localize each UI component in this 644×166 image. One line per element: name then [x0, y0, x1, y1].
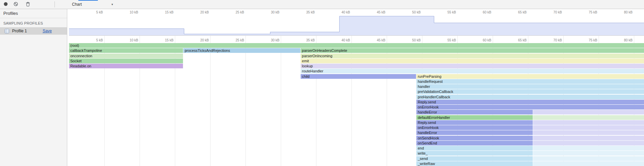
- profiles-header: Profiles: [0, 9, 67, 18]
- ruler-tick-label: 50 kB: [412, 38, 422, 42]
- sidebar: Profiles SAMPLING PROFILES Profile 1 Sav…: [0, 9, 67, 166]
- view-mode-select[interactable]: Chart ▾: [70, 1, 115, 8]
- flame-bar-extension[interactable]: [533, 161, 644, 166]
- flame-bar-extension[interactable]: [533, 120, 644, 125]
- overview-pane[interactable]: [69, 15, 644, 36]
- ruler-tick-label: 30 kB: [271, 38, 281, 42]
- flame-bar-extension[interactable]: [533, 136, 644, 140]
- ruler-tick-label: 35 kB: [306, 10, 316, 14]
- flame-bar-extension[interactable]: [533, 156, 644, 161]
- save-link[interactable]: Save: [43, 29, 52, 33]
- record-button[interactable]: [1, 0, 10, 8]
- flame-bar[interactable]: onErrorHook: [416, 125, 533, 130]
- trash-icon: [25, 1, 31, 8]
- flame-bar[interactable]: _writeRaw: [416, 161, 533, 166]
- ruler-tick-label: 45 kB: [377, 38, 387, 42]
- active-tab-indicator: [78, 0, 98, 1]
- ruler-tick-label: 25 kB: [235, 38, 245, 42]
- clear-button[interactable]: [11, 0, 20, 8]
- flame-bar[interactable]: _send: [416, 156, 533, 161]
- flame-bar[interactable]: preHandlerCallback: [416, 95, 644, 99]
- flame-bar[interactable]: Readable.on: [69, 64, 183, 68]
- ruler-tick-label: 15 kB: [165, 10, 175, 14]
- ruler-tick-label: 25 kB: [235, 10, 245, 14]
- ruler-tick-label: 5 kB: [96, 10, 104, 14]
- ruler-tick-label: 75 kB: [589, 10, 599, 14]
- flame-bar[interactable]: processTicksAndRejections: [183, 48, 301, 53]
- flame-bar[interactable]: write_: [416, 151, 533, 156]
- ruler-tick-label: 30 kB: [271, 10, 281, 14]
- ruler-tick-label: 15 kB: [165, 38, 175, 42]
- chart-ruler: 5 kB10 kB15 kB20 kB25 kB30 kB35 kB40 kB4…: [69, 36, 644, 43]
- overview-ruler: 5 kB10 kB15 kB20 kB25 kB30 kB35 kB40 kB4…: [69, 9, 644, 15]
- ruler-tick-label: 80 kB: [624, 38, 634, 42]
- flame-bar[interactable]: preValidationCallback: [416, 89, 644, 94]
- ruler-tick-label: 45 kB: [377, 10, 387, 14]
- ruler-tick-label: 60 kB: [483, 38, 493, 42]
- flame-bar[interactable]: child: [301, 74, 416, 79]
- flame-bar[interactable]: routeHandler: [301, 69, 644, 73]
- flame-bar-extension[interactable]: [533, 146, 644, 151]
- flame-bar-extension[interactable]: [533, 115, 644, 120]
- clear-icon: [13, 1, 18, 8]
- overview-area-chart: [69, 15, 644, 35]
- profile-name: Profile 1: [12, 29, 43, 33]
- ruler-tick-label: 70 kB: [553, 10, 563, 14]
- ruler-tick-label: 35 kB: [306, 38, 316, 42]
- ruler-tick-label: 60 kB: [483, 10, 493, 14]
- flame-bar-extension[interactable]: [533, 125, 644, 130]
- flame-bar[interactable]: runPreParsing: [416, 74, 644, 79]
- flame-bar[interactable]: onSendEnd: [416, 141, 533, 145]
- flame-bar[interactable]: handleError: [416, 110, 533, 114]
- flame-bar[interactable]: Reply.send: [416, 120, 533, 125]
- flame-bar[interactable]: defaultErrorHandler: [416, 115, 533, 120]
- ruler-tick-label: 75 kB: [589, 38, 599, 42]
- record-icon: [3, 1, 8, 8]
- ruler-tick-label: 70 kB: [553, 38, 563, 42]
- chevron-down-icon: ▾: [111, 3, 113, 6]
- ruler-tick-label: 55 kB: [447, 10, 457, 14]
- ruler-tick-label: 10 kB: [129, 38, 140, 42]
- ruler-tick-label: 40 kB: [341, 38, 351, 42]
- flame-bar[interactable]: lookup: [301, 64, 644, 68]
- ruler-tick-label: 10 kB: [129, 10, 140, 14]
- flame-bar-extension[interactable]: [533, 141, 644, 145]
- ruler-tick-label: 20 kB: [200, 38, 210, 42]
- flame-bar[interactable]: emit: [301, 59, 644, 63]
- flame-bar-extension[interactable]: [533, 130, 644, 135]
- flame-bar[interactable]: parserOnIncoming: [301, 54, 644, 58]
- flame-chart-main: 5 kB10 kB15 kB20 kB25 kB30 kB35 kB40 kB4…: [67, 9, 644, 166]
- flame-bar[interactable]: Reply.send: [416, 100, 644, 104]
- flame-bar[interactable]: callbackTrampoline: [69, 48, 183, 53]
- flame-bar-extension[interactable]: [533, 110, 644, 114]
- profile-icon: [4, 29, 9, 34]
- ruler-tick-label: 50 kB: [412, 10, 422, 14]
- flame-chart: (root)callbackTrampolineprocessTicksAndR…: [69, 43, 644, 166]
- flame-bar[interactable]: onSendHook: [416, 136, 533, 140]
- ruler-tick-label: 65 kB: [518, 10, 528, 14]
- toolbar-separator: [54, 1, 55, 7]
- flame-bar-extension[interactable]: [533, 151, 644, 156]
- flame-chart-lower: 5 kB10 kB15 kB20 kB25 kB30 kB35 kB40 kB4…: [69, 36, 644, 166]
- flame-bar[interactable]: Socket: [69, 59, 183, 63]
- flame-chart-canvas: 5 kB10 kB15 kB20 kB25 kB30 kB35 kB40 kB4…: [69, 9, 644, 166]
- profile-list-item[interactable]: Profile 1 Save: [0, 27, 67, 35]
- flame-bar[interactable]: onErrorHook: [416, 105, 644, 109]
- flame-bar[interactable]: handleRequest: [416, 79, 644, 84]
- memory-profiler-panel: Chart ▾ Profiles SAMPLING PROFILES Profi…: [0, 0, 644, 166]
- flame-bar[interactable]: onconnection: [69, 54, 183, 58]
- ruler-tick-label: 65 kB: [518, 38, 528, 42]
- ruler-tick-label: 55 kB: [447, 38, 457, 42]
- delete-profile-button[interactable]: [24, 0, 32, 8]
- view-mode-value: Chart: [72, 2, 82, 7]
- ruler-tick-label: 40 kB: [341, 10, 351, 14]
- flame-bar[interactable]: parserOnHeadersComplete: [301, 48, 644, 53]
- flame-bar[interactable]: handleError: [416, 130, 533, 135]
- ruler-tick-label: 20 kB: [200, 10, 210, 14]
- flame-bar[interactable]: (root): [69, 43, 644, 48]
- flame-bar[interactable]: handler: [416, 84, 644, 89]
- ruler-tick-label: 80 kB: [624, 10, 634, 14]
- ruler-tick-label: 5 kB: [96, 38, 104, 42]
- flame-bar[interactable]: end: [416, 146, 533, 151]
- sampling-profiles-label: SAMPLING PROFILES: [0, 18, 67, 27]
